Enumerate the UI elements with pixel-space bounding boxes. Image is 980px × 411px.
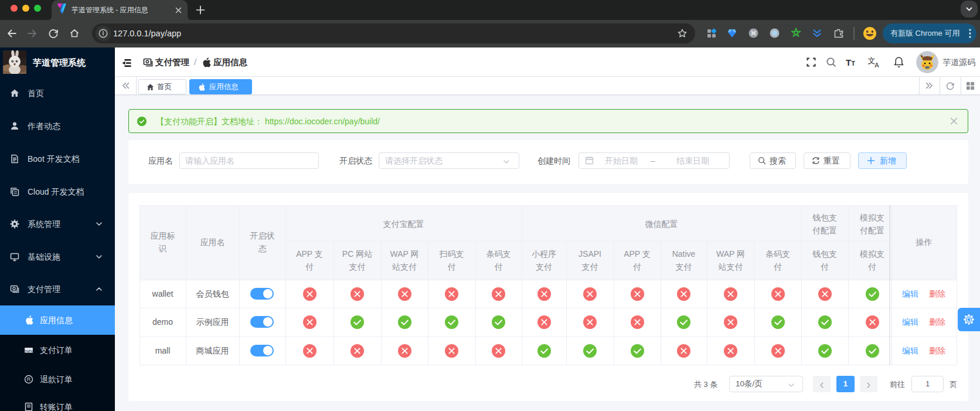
svg-text:⌘: ⌘	[751, 30, 757, 36]
svg-text:A: A	[874, 62, 879, 68]
svg-text:PayPal: PayPal	[25, 349, 33, 352]
svg-text:R: R	[27, 376, 31, 382]
